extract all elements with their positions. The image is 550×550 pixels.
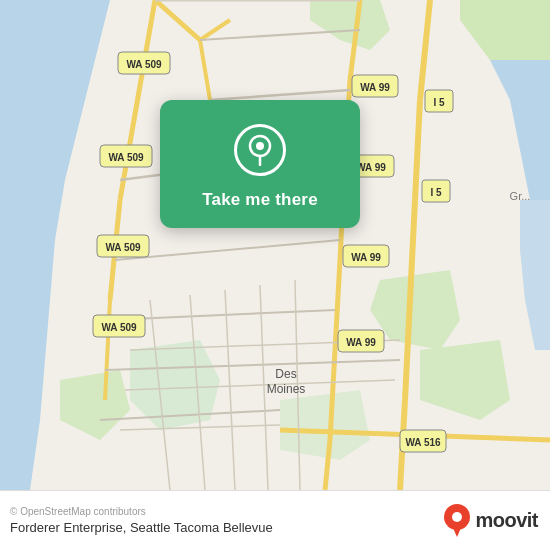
svg-text:WA 509: WA 509 <box>105 242 141 253</box>
copyright-text: © OpenStreetMap contributors <box>10 506 273 517</box>
moovit-logo: moovit <box>443 503 538 539</box>
bottom-info: © OpenStreetMap contributors Forderer En… <box>10 506 273 535</box>
svg-text:Moines: Moines <box>267 382 306 396</box>
svg-text:WA 509: WA 509 <box>108 152 144 163</box>
map-container: WA 509 WA 509 WA 509 WA 509 WA 99 WA 99 … <box>0 0 550 490</box>
take-me-there-button[interactable]: Take me there <box>202 190 318 210</box>
location-name: Forderer Enterprise, Seattle Tacoma Bell… <box>10 520 273 535</box>
moovit-pin-icon <box>443 503 471 539</box>
svg-text:WA 99: WA 99 <box>351 252 381 263</box>
svg-text:WA 99: WA 99 <box>346 337 376 348</box>
svg-point-72 <box>256 142 264 150</box>
map-background: WA 509 WA 509 WA 509 WA 509 WA 99 WA 99 … <box>0 0 550 490</box>
svg-text:I 5: I 5 <box>430 187 442 198</box>
svg-text:Gr...: Gr... <box>510 190 531 202</box>
svg-text:WA 509: WA 509 <box>126 59 162 70</box>
svg-text:WA 509: WA 509 <box>101 322 137 333</box>
svg-point-76 <box>452 512 462 522</box>
location-card: Take me there <box>160 100 360 228</box>
svg-text:WA 99: WA 99 <box>360 82 390 93</box>
svg-text:I 5: I 5 <box>433 97 445 108</box>
svg-text:Des: Des <box>275 367 296 381</box>
moovit-wordmark: moovit <box>475 509 538 532</box>
bottom-bar: © OpenStreetMap contributors Forderer En… <box>0 490 550 550</box>
svg-text:WA 516: WA 516 <box>405 437 441 448</box>
svg-text:WA 99: WA 99 <box>356 162 386 173</box>
pin-icon-wrapper <box>234 124 286 176</box>
location-pin-icon <box>247 134 273 166</box>
